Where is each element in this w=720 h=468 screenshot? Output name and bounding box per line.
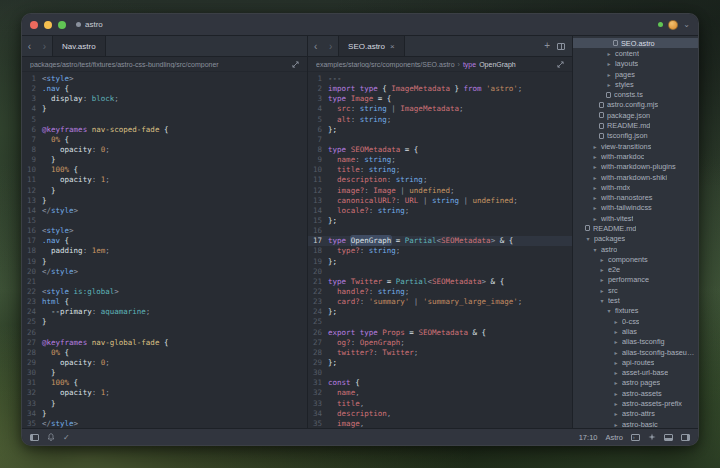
code-line[interactable]: 31const { [308, 378, 572, 388]
code-line[interactable]: 6}; [308, 125, 572, 135]
code-line[interactable]: 13} [22, 196, 307, 206]
code-line[interactable]: 24 --primary: aquamarine; [22, 307, 307, 317]
code-line[interactable]: 5 [22, 115, 307, 125]
editor-nav-astro[interactable]: 1<style>2.nav {3 display: block;4}56@key… [22, 72, 307, 428]
code-line[interactable]: 20 [308, 267, 572, 277]
code-line[interactable]: 3type Image = { [308, 94, 572, 104]
code-line[interactable]: 29 opacity: 0; [22, 358, 307, 368]
tree-folder-with-mdx[interactable]: ▸with-mdx [573, 182, 698, 192]
code-line[interactable]: 33 } [22, 399, 307, 409]
tree-folder-with-vitest[interactable]: ▸with-vitest [573, 213, 698, 223]
tree-file-astro-config-mjs[interactable]: astro.config.mjs [573, 100, 698, 110]
tree-file-tsconfig-json[interactable]: tsconfig.json [573, 131, 698, 141]
breadcrumb-symbol-name[interactable]: OpenGraph [479, 61, 516, 68]
tree-folder-with-markdown-plugins[interactable]: ▸with-markdown-plugins [573, 162, 698, 172]
user-avatar[interactable] [668, 20, 678, 30]
code-line[interactable]: 2import type { ImageMetadata } from 'ast… [308, 84, 572, 94]
code-line[interactable]: 25} [22, 317, 307, 327]
cursor-position[interactable]: 17:10 [579, 433, 598, 442]
code-line[interactable]: 33 title, [308, 399, 572, 409]
tree-folder-astro-pages[interactable]: ▸astro pages [573, 378, 698, 388]
code-line[interactable]: 35 image, [308, 419, 572, 428]
close-tab-icon[interactable]: × [390, 42, 395, 51]
tree-folder-pages[interactable]: ▸pages [573, 69, 698, 79]
code-line[interactable]: 27 og?: OpenGraph; [308, 338, 572, 348]
code-line[interactable]: 34} [22, 409, 307, 419]
code-line[interactable]: 19}; [308, 257, 572, 267]
tree-file-seo-astro[interactable]: SEO.astro [573, 38, 698, 48]
code-line[interactable]: 12 } [22, 186, 307, 196]
code-line[interactable]: 21type Twitter = Partial<SEOMetadata> & … [308, 277, 572, 287]
tree-folder-performance[interactable]: ▸performance [573, 275, 698, 285]
code-line[interactable]: 13 canonicalURL?: URL | string | undefin… [308, 196, 572, 206]
code-line[interactable]: 18 type?: string; [308, 246, 572, 256]
zoom-window-button[interactable] [58, 21, 66, 29]
code-line[interactable]: 15}; [308, 216, 572, 226]
code-line[interactable]: 28 twitter?: Twitter; [308, 348, 572, 358]
code-line[interactable]: 16 [308, 226, 572, 236]
nav-forward-button[interactable]: › [37, 36, 52, 56]
code-line[interactable]: 22 handle?: string; [308, 287, 572, 297]
tree-folder-astro-attrs[interactable]: ▸astro-attrs [573, 409, 698, 419]
tree-folder-layouts[interactable]: ▸layouts [573, 59, 698, 69]
tree-folder-packages[interactable]: ▾packages [573, 234, 698, 244]
tree-folder-with-tailwindcss[interactable]: ▸with-tailwindcss [573, 203, 698, 213]
chevron-down-icon[interactable]: ⌄ [683, 21, 690, 29]
code-line[interactable]: 1--- [308, 74, 572, 84]
code-line[interactable]: 12 image?: Image | undefined; [308, 186, 572, 196]
tree-folder-components[interactable]: ▸components [573, 254, 698, 264]
code-line[interactable]: 7 0% { [22, 135, 307, 145]
code-line[interactable]: 21 [22, 277, 307, 287]
code-line[interactable]: 8type SEOMetadata = { [308, 145, 572, 155]
minimize-window-button[interactable] [44, 21, 52, 29]
code-line[interactable]: 10 title: string; [308, 165, 572, 175]
tree-folder-styles[interactable]: ▸styles [573, 79, 698, 89]
tree-folder-alias-tsconfig[interactable]: ▸alias-tsconfig [573, 337, 698, 347]
code-line[interactable]: 32 opacity: 1; [22, 388, 307, 398]
expand-pane-icon[interactable] [557, 61, 564, 68]
tab-nav-astro[interactable]: Nav.astro [52, 36, 106, 56]
code-line[interactable]: 1<style> [22, 74, 307, 84]
tree-file-readme-md[interactable]: README.md [573, 223, 698, 233]
tree-folder-astro-basic[interactable]: ▸astro-basic [573, 419, 698, 428]
project-panel[interactable]: SEO.astro▸content▸layouts▸pages▸stylesco… [573, 36, 698, 428]
breadcrumb[interactable]: packages/astro/test/fixtures/astro-css-b… [30, 61, 219, 68]
split-pane-icon[interactable] [557, 43, 565, 50]
code-line[interactable]: 28 0% { [22, 348, 307, 358]
code-line[interactable]: 26export type Props = SEOMetadata & { [308, 328, 572, 338]
code-line[interactable]: 19} [22, 257, 307, 267]
project-panel-toggle-icon[interactable] [30, 434, 39, 441]
code-line[interactable]: 30 [308, 368, 572, 378]
code-line[interactable]: 20</style> [22, 267, 307, 277]
tree-file-package-json[interactable]: package.json [573, 110, 698, 120]
code-line[interactable]: 4} [22, 104, 307, 114]
code-line[interactable]: 9 name: string; [308, 155, 572, 165]
code-line[interactable]: 4 src: string | ImageMetadata; [308, 104, 572, 114]
code-line[interactable]: 31 100% { [22, 378, 307, 388]
project-menu-button[interactable]: astro [76, 20, 103, 29]
code-line[interactable]: 23html { [22, 297, 307, 307]
code-line[interactable]: 7 [308, 135, 572, 145]
code-line[interactable]: 18 padding: 1em; [22, 246, 307, 256]
code-line[interactable]: 11 description: string; [308, 175, 572, 185]
tree-folder-with-markdown-shiki[interactable]: ▸with-markdown-shiki [573, 172, 698, 182]
tree-folder-alias-tsconfig-baseurl-c[interactable]: ▸alias-tsconfig-baseurl-c [573, 347, 698, 357]
code-line[interactable]: 15 [22, 216, 307, 226]
code-line[interactable]: 2.nav { [22, 84, 307, 94]
code-line[interactable]: 8 opacity: 0; [22, 145, 307, 155]
assistant-panel-icon[interactable] [648, 433, 656, 441]
code-line[interactable]: 11 opacity: 1; [22, 175, 307, 185]
code-line[interactable]: 29}; [308, 358, 572, 368]
code-line[interactable]: 34 description, [308, 409, 572, 419]
code-line[interactable]: 24}; [308, 307, 572, 317]
code-line[interactable]: 14 locale?: string; [308, 206, 572, 216]
code-line[interactable]: 30 } [22, 368, 307, 378]
tree-folder-alias[interactable]: ▸alias [573, 326, 698, 336]
tree-folder-astro[interactable]: ▾astro [573, 244, 698, 254]
tree-folder-astro-assets-prefix[interactable]: ▸astro-assets-prefix [573, 398, 698, 408]
tree-folder-api-routes[interactable]: ▸api-routes [573, 357, 698, 367]
code-line[interactable]: 16<style> [22, 226, 307, 236]
right-dock-toggle-icon[interactable] [681, 434, 690, 441]
tab-seo-astro[interactable]: SEO.astro × [338, 36, 405, 56]
breadcrumb[interactable]: examples/starlog/src/components/SEO.astr… [316, 61, 455, 68]
